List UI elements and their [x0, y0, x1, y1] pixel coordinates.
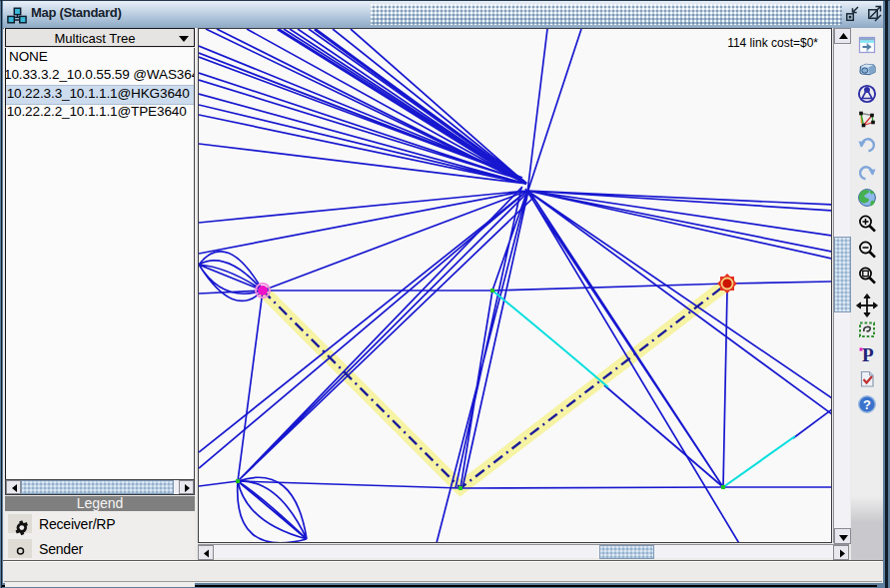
svg-text:?: ? — [863, 397, 871, 412]
svg-text:P: P — [862, 344, 874, 365]
